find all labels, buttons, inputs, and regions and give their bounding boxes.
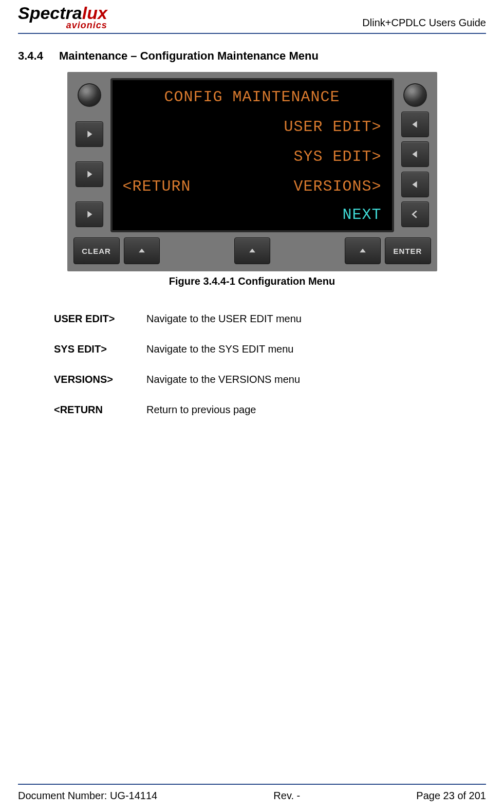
right-softkey-3[interactable]	[401, 172, 429, 197]
play-left-icon	[409, 149, 421, 160]
device-top-row: CONFIG MAINTENANCE USER EDIT> SYS EDIT> …	[73, 78, 431, 232]
section-heading: 3.4.4Maintenance – Configuration Mainten…	[18, 49, 486, 63]
screen-next: NEXT	[342, 207, 381, 224]
definition-term: VERSIONS>	[54, 374, 146, 385]
device-figure: CONFIG MAINTENANCE USER EDIT> SYS EDIT> …	[67, 72, 437, 287]
chevron-left-icon	[409, 209, 421, 220]
left-softkey-1[interactable]	[76, 121, 103, 147]
screen-sys-edit: SYS EDIT>	[293, 149, 381, 165]
play-right-icon	[84, 209, 95, 220]
left-button-column	[73, 78, 105, 232]
play-right-icon	[84, 169, 95, 180]
definition-row: SYS EDIT> Navigate to the SYS EDIT menu	[54, 343, 486, 355]
enter-button[interactable]: ENTER	[385, 237, 431, 264]
knob-right[interactable]	[403, 83, 427, 107]
definition-text: Return to previous page	[146, 404, 486, 416]
definition-term: <RETURN	[54, 404, 146, 416]
logo: Spectralux avionics	[18, 4, 107, 30]
left-softkey-3[interactable]	[76, 201, 103, 227]
right-softkey-2[interactable]	[401, 141, 429, 167]
screen-versions: VERSIONS>	[293, 179, 381, 195]
play-right-icon	[84, 128, 95, 140]
play-left-icon	[409, 179, 421, 190]
clear-button[interactable]: CLEAR	[73, 237, 120, 264]
device-bezel: CONFIG MAINTENANCE USER EDIT> SYS EDIT> …	[67, 72, 437, 271]
up-arrow-button-1[interactable]	[124, 237, 160, 264]
definition-term: SYS EDIT>	[54, 343, 146, 355]
definition-row: USER EDIT> Navigate to the USER EDIT men…	[54, 313, 486, 325]
definition-text: Navigate to the USER EDIT menu	[146, 313, 486, 325]
page-header: Spectralux avionics Dlink+CPDLC Users Gu…	[18, 0, 486, 34]
chevron-up-icon	[247, 246, 257, 256]
device-bottom-row: CLEAR ENTER	[73, 236, 431, 265]
right-button-column	[399, 78, 431, 232]
left-softkey-2[interactable]	[76, 161, 103, 187]
footer-doc-number: Document Number: UG-14114	[18, 790, 157, 802]
chevron-up-icon	[358, 246, 368, 256]
footer-page-number: Page 23 of 201	[416, 790, 486, 802]
definitions-list: USER EDIT> Navigate to the USER EDIT men…	[54, 313, 486, 434]
figure-caption: Figure 3.4.4-1 Configuration Menu	[67, 275, 437, 287]
screen-user-edit: USER EDIT>	[284, 119, 381, 136]
definition-row: VERSIONS> Navigate to the VERSIONS menu	[54, 374, 486, 385]
footer-revision: Rev. -	[273, 790, 300, 802]
definition-row: <RETURN Return to previous page	[54, 404, 486, 416]
guide-title: Dlink+CPDLC Users Guide	[362, 17, 486, 30]
knob-left[interactable]	[78, 83, 101, 107]
screen-return: <RETURN	[123, 179, 191, 195]
section-title: Maintenance – Configuration Maintenance …	[59, 49, 319, 62]
page-footer: Document Number: UG-14114 Rev. - Page 23…	[18, 784, 486, 812]
section-number: 3.4.4	[18, 49, 59, 63]
definition-term: USER EDIT>	[54, 313, 146, 325]
up-arrow-button-2[interactable]	[234, 237, 270, 264]
play-left-icon	[409, 119, 421, 130]
device-screen: CONFIG MAINTENANCE USER EDIT> SYS EDIT> …	[110, 78, 394, 232]
chevron-up-icon	[137, 246, 147, 256]
definition-text: Navigate to the SYS EDIT menu	[146, 343, 486, 355]
definition-text: Navigate to the VERSIONS menu	[146, 374, 486, 385]
right-softkey-4[interactable]	[401, 201, 429, 227]
up-arrow-button-3[interactable]	[345, 237, 381, 264]
screen-title: CONFIG MAINTENANCE	[123, 89, 382, 106]
right-softkey-1[interactable]	[401, 112, 429, 137]
